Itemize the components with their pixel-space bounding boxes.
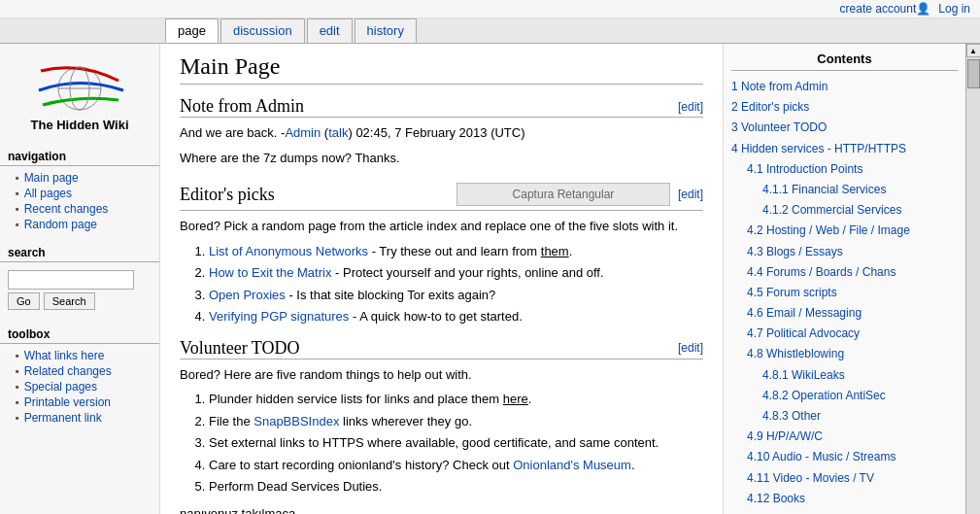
- top-bar: create account 👤 Log in: [0, 0, 980, 18]
- toc-link-4-1-1[interactable]: 4.1.1 Financial Services: [762, 183, 886, 196]
- sidebar-item-related-changes[interactable]: Related changes: [0, 363, 159, 379]
- toc-item: 4.1 Introduction Points: [731, 159, 958, 180]
- toc-item: 4.13 Drugs: [731, 509, 958, 514]
- search-input[interactable]: [8, 270, 134, 290]
- toc-link-4-8[interactable]: 4.8 Whistleblowing: [747, 347, 844, 360]
- list-item: How to Exit the Matrix - Protect yoursel…: [209, 263, 703, 283]
- snapbbs-link[interactable]: SnapBBSIndex: [253, 414, 339, 428]
- how-to-exit-matrix-link[interactable]: How to Exit the Matrix: [209, 265, 331, 280]
- editors-picks-heading: Editor's picks Captura Retangular [edit]: [180, 179, 703, 211]
- toc-link-4-8-1[interactable]: 4.8.1 WikiLeaks: [762, 368, 845, 382]
- toc-link-4[interactable]: 4 Hidden services - HTTP/HTTPS: [731, 142, 906, 155]
- tab-edit[interactable]: edit: [307, 18, 353, 43]
- toolbox-title: toolbox: [0, 322, 159, 344]
- nav-title: navigation: [0, 144, 159, 166]
- toc-link-4-1[interactable]: 4.1 Introduction Points: [747, 162, 862, 176]
- toc-link-1[interactable]: 1 Note from Admin: [731, 80, 828, 93]
- sidebar: The Hidden Wiki navigation Main page All…: [0, 44, 160, 514]
- list-item: Care to start recording onionland's hist…: [209, 456, 703, 475]
- note-admin-body2: Where are the 7z dumps now? Thanks.: [180, 149, 703, 168]
- editors-picks-list: List of Anonymous Networks - Try these o…: [209, 242, 703, 326]
- editors-picks-edit[interactable]: [edit]: [678, 188, 703, 201]
- list-item: Perform Dead Services Duties.: [209, 477, 703, 497]
- volunteer-todo-list: Plunder hidden service lists for links a…: [209, 390, 703, 497]
- tab-discussion[interactable]: discussion: [220, 18, 305, 43]
- verifying-pgp-link[interactable]: Verifying PGP signatures: [209, 309, 349, 324]
- editors-picks-title: Editor's picks: [180, 185, 275, 205]
- toc-link-4-6[interactable]: 4.6 Email / Messaging: [747, 306, 862, 320]
- toc-item: 4.8.3 Other: [731, 406, 958, 427]
- toc-item: 3 Volunteer TODO: [731, 118, 958, 138]
- sidebar-item-all-pages[interactable]: All pages: [0, 186, 159, 201]
- list-item: Set external links to HTTPS where availa…: [209, 433, 703, 453]
- toc-link-4-9[interactable]: 4.9 H/P/A/W/C: [747, 429, 823, 443]
- toc-link-2[interactable]: 2 Editor's picks: [731, 100, 809, 114]
- list-item: File the SnapBBSIndex links wherever the…: [209, 412, 703, 431]
- sidebar-item-random-page[interactable]: Random page: [0, 217, 159, 232]
- page-title: Main Page: [180, 53, 703, 85]
- toc-link-4-7[interactable]: 4.7 Political Advocacy: [747, 326, 860, 340]
- admin-link[interactable]: Admin: [285, 125, 321, 140]
- open-proxies-link[interactable]: Open Proxies: [209, 288, 286, 302]
- tab-history[interactable]: history: [355, 18, 417, 43]
- toc-link-4-3[interactable]: 4.3 Blogs / Essays: [747, 245, 843, 258]
- volunteer-todo-intro: Bored? Here are five random things to he…: [180, 365, 703, 385]
- toc-item: 4.3 Blogs / Essays: [731, 242, 958, 262]
- list-item: Plunder hidden service lists for links a…: [209, 390, 703, 409]
- capture-bar: Captura Retangular: [456, 183, 670, 206]
- toc-link-4-8-2[interactable]: 4.8.2 Operation AntiSec: [762, 389, 886, 402]
- list-anonymous-networks-link[interactable]: List of Anonymous Networks: [209, 244, 368, 258]
- sidebar-item-recent-changes[interactable]: Recent changes: [0, 201, 159, 217]
- scroll-thumb[interactable]: [967, 59, 980, 88]
- sidebar-item-what-links-here[interactable]: What links here: [0, 348, 159, 363]
- scroll-up-button[interactable]: ▲: [966, 44, 981, 57]
- talk-link[interactable]: talk: [328, 125, 348, 140]
- toc-link-4-5[interactable]: 4.5 Forum scripts: [747, 286, 837, 299]
- sidebar-item-main-page[interactable]: Main page: [0, 170, 159, 186]
- login-link[interactable]: Log in: [938, 2, 970, 16]
- search-title: search: [0, 240, 159, 262]
- toc-item: 4.4 Forums / Boards / Chans: [731, 262, 958, 283]
- sidebar-item-permanent-link[interactable]: Permanent link: [0, 410, 159, 426]
- toc-item: 4.6 Email / Messaging: [731, 303, 958, 324]
- list-item: Verifying PGP signatures - A quick how-t…: [209, 307, 703, 326]
- site-logo: [21, 61, 138, 115]
- list-item: Open Proxies - Is that site blocking Tor…: [209, 286, 703, 305]
- footer-text: napıyonuz takılmaca: [180, 504, 703, 515]
- toc-item: 1 Note from Admin: [731, 77, 958, 97]
- toc-item: 4.1.1 Financial Services: [731, 180, 958, 200]
- sidebar-item-printable-version[interactable]: Printable version: [0, 394, 159, 410]
- tabs-bar: page discussion edit history: [0, 18, 980, 44]
- sidebar-item-special-pages[interactable]: Special pages: [0, 379, 159, 394]
- toc-link-3[interactable]: 3 Volunteer TODO: [731, 120, 827, 134]
- toc-link-4-2[interactable]: 4.2 Hosting / Web / File / Image: [747, 223, 910, 237]
- site-title: The Hidden Wiki: [21, 118, 138, 134]
- scrollbar[interactable]: ▲: [965, 44, 980, 514]
- toc-item: 4.10 Audio - Music / Streams: [731, 447, 958, 467]
- note-from-admin-section: Note from Admin [edit] And we are back. …: [180, 96, 703, 167]
- toc-link-4-11[interactable]: 4.11 Video - Movies / TV: [747, 471, 874, 485]
- toc-item: 4.8.1 WikiLeaks: [731, 365, 958, 386]
- onionland-museum-link[interactable]: Onionland's Museum: [513, 458, 631, 472]
- user-icon: 👤: [916, 2, 930, 16]
- toc-item: 4.12 Books: [731, 489, 958, 509]
- toc-link-4-4[interactable]: 4.4 Forums / Boards / Chans: [747, 265, 896, 279]
- toolbox-section: toolbox What links here Related changes …: [0, 322, 159, 426]
- volunteer-todo-section: Volunteer TODO [edit] Bored? Here are fi…: [180, 338, 703, 497]
- tab-page[interactable]: page: [165, 18, 219, 43]
- toc-item: 4 Hidden services - HTTP/HTTPS: [731, 139, 958, 159]
- editors-picks-intro: Bored? Pick a random page from the artic…: [180, 217, 703, 236]
- right-toc: Contents 1 Note from Admin 2 Editor's pi…: [723, 44, 965, 514]
- list-item: List of Anonymous Networks - Try these o…: [209, 242, 703, 261]
- volunteer-todo-edit[interactable]: [edit]: [678, 341, 703, 355]
- toc-link-4-8-3[interactable]: 4.8.3 Other: [762, 409, 821, 423]
- note-from-admin-edit[interactable]: [edit]: [678, 100, 703, 114]
- toc-link-4-10[interactable]: 4.10 Audio - Music / Streams: [747, 450, 896, 463]
- go-button[interactable]: Go: [8, 292, 40, 310]
- toc-link-4-1-2[interactable]: 4.1.2 Commercial Services: [762, 203, 901, 217]
- create-account-link[interactable]: create account: [840, 2, 917, 16]
- search-button[interactable]: Search: [44, 292, 95, 310]
- toc-item: 4.11 Video - Movies / TV: [731, 468, 958, 489]
- search-section: search Go Search: [0, 240, 159, 314]
- toc-link-4-12[interactable]: 4.12 Books: [747, 492, 805, 505]
